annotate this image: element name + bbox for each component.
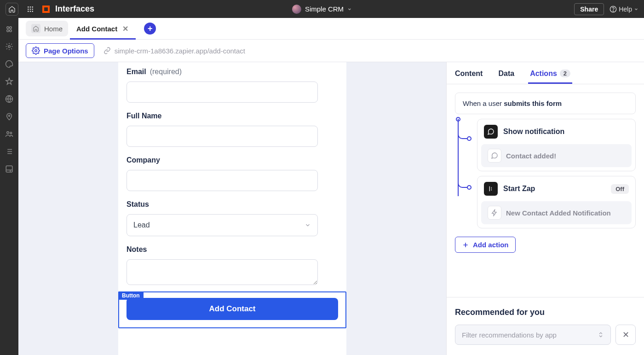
tab-content[interactable]: Content — [455, 70, 483, 83]
options-bar: Page Options simple-crm-1a8636.zapier.ap… — [18, 40, 644, 62]
share-button[interactable]: Share — [574, 3, 604, 15]
right-panel-tabs: Content Data Actions 2 — [447, 62, 644, 84]
flow-connector — [458, 133, 469, 139]
notes-input[interactable] — [126, 259, 318, 285]
svg-point-0 — [28, 6, 29, 8]
action-card-zap[interactable]: Start Zap Off New Contact Added Notifica… — [477, 176, 636, 228]
svg-point-19 — [10, 132, 12, 134]
company-label: Company — [126, 156, 160, 164]
svg-point-15 — [8, 46, 11, 48]
close-recommendations-button[interactable]: ✕ — [615, 325, 636, 345]
svg-point-14 — [10, 30, 12, 32]
recommendations-title: Recommended for you — [455, 308, 636, 317]
select-arrows-icon — [598, 332, 604, 338]
action-title: Show notification — [503, 128, 629, 136]
rail-people-icon[interactable] — [5, 24, 14, 34]
svg-point-11 — [7, 27, 9, 29]
rail-pin-icon[interactable] — [5, 112, 14, 121]
svg-point-4 — [30, 8, 31, 10]
action-flow: Show notification Contact added! — [455, 119, 636, 228]
tab-home[interactable]: Home — [26, 21, 68, 36]
page-options-label: Page Options — [44, 47, 88, 55]
action-title: Start Zap — [503, 185, 605, 193]
svg-rect-20 — [6, 166, 12, 172]
content-area: Email (required) Full Name Company Statu… — [18, 62, 644, 355]
tab-data[interactable]: Data — [498, 70, 514, 83]
actions-count-badge: 2 — [560, 70, 570, 77]
add-action-button[interactable]: Add action — [455, 237, 516, 253]
help-menu[interactable]: Help — [610, 6, 638, 13]
avatar-icon — [292, 5, 301, 14]
left-nav-rail — [0, 18, 18, 355]
email-input[interactable] — [126, 81, 318, 103]
email-label: Email — [126, 68, 146, 76]
fullname-input[interactable] — [126, 126, 318, 147]
add-action-label: Add action — [473, 241, 509, 249]
filter-recommendations-select[interactable]: Filter recommendations by app — [455, 325, 611, 345]
trigger-summary[interactable]: When a user submits this form — [455, 93, 636, 114]
svg-point-18 — [7, 132, 9, 134]
svg-point-5 — [32, 8, 33, 10]
workspace-switcher[interactable]: Simple CRM — [292, 5, 352, 14]
home-tab-icon — [31, 24, 40, 33]
chevron-down-icon — [347, 7, 352, 12]
action-subtitle: Contact added! — [506, 152, 556, 160]
help-label: Help — [619, 6, 632, 13]
svg-point-3 — [28, 8, 29, 10]
tab-home-label: Home — [44, 25, 63, 33]
tab-add-contact[interactable]: Add Contact ✕ — [70, 18, 136, 39]
brand-logo-icon — [42, 6, 50, 13]
svg-point-10 — [613, 11, 614, 11]
required-indicator: (required) — [150, 68, 182, 76]
field-company: Company — [126, 156, 338, 191]
svg-point-13 — [7, 30, 9, 32]
notification-icon — [484, 125, 498, 139]
app-title: Interfaces — [55, 4, 94, 14]
page-url[interactable]: simple-crm-1a8636.zapier.app/add-contact — [104, 47, 245, 55]
rail-gear-icon[interactable] — [5, 42, 14, 51]
notes-label: Notes — [126, 245, 147, 254]
svg-point-21 — [35, 50, 37, 52]
page-options-button[interactable]: Page Options — [26, 43, 94, 58]
rail-star-icon[interactable] — [5, 77, 14, 86]
action-subtitle: New Contact Added Notification — [506, 209, 611, 217]
svg-point-7 — [30, 11, 31, 12]
apps-grid-icon[interactable] — [24, 3, 37, 16]
rail-globe-icon[interactable] — [5, 94, 14, 104]
svg-point-2 — [32, 6, 33, 8]
svg-point-23 — [491, 187, 492, 188]
rail-layout-icon[interactable] — [5, 164, 14, 174]
tab-strip: Home Add Contact ✕ + — [18, 18, 644, 40]
selection-tag: Button — [118, 291, 144, 300]
action-subtitle-row: Contact added! — [481, 144, 632, 167]
recommendations-section: Recommended for you Filter recommendatio… — [447, 297, 644, 355]
chevron-down-icon — [305, 222, 311, 228]
action-card-notification[interactable]: Show notification Contact added! — [477, 119, 636, 171]
rail-users-icon[interactable] — [5, 129, 14, 139]
field-fullname: Full Name — [126, 112, 338, 147]
submit-button[interactable]: Add Contact — [126, 298, 338, 320]
field-notes: Notes — [126, 245, 338, 287]
trigger-event: submits this form — [504, 99, 562, 107]
form-canvas: Email (required) Full Name Company Statu… — [18, 62, 446, 355]
svg-point-24 — [491, 188, 492, 189]
rail-list-icon[interactable] — [5, 147, 14, 156]
tab-close-icon[interactable]: ✕ — [121, 24, 129, 33]
status-select[interactable]: Lead — [126, 214, 318, 236]
trigger-prefix: When a user — [463, 99, 504, 107]
svg-point-25 — [491, 190, 492, 191]
field-email: Email (required) — [126, 68, 338, 103]
tab-actions[interactable]: Actions 2 — [530, 70, 570, 83]
svg-point-12 — [10, 27, 12, 29]
tab-add-contact-label: Add Contact — [76, 25, 117, 33]
off-badge: Off — [611, 184, 629, 194]
bolt-icon — [488, 206, 501, 220]
svg-point-1 — [30, 6, 31, 8]
company-input[interactable] — [126, 170, 318, 191]
rail-palette-icon[interactable] — [5, 59, 14, 69]
tab-add-button[interactable]: + — [144, 23, 156, 35]
selected-button-wrapper[interactable]: Button Add Contact — [118, 291, 346, 328]
svg-point-8 — [32, 11, 33, 12]
zap-icon — [484, 182, 498, 196]
home-icon[interactable] — [6, 3, 18, 16]
